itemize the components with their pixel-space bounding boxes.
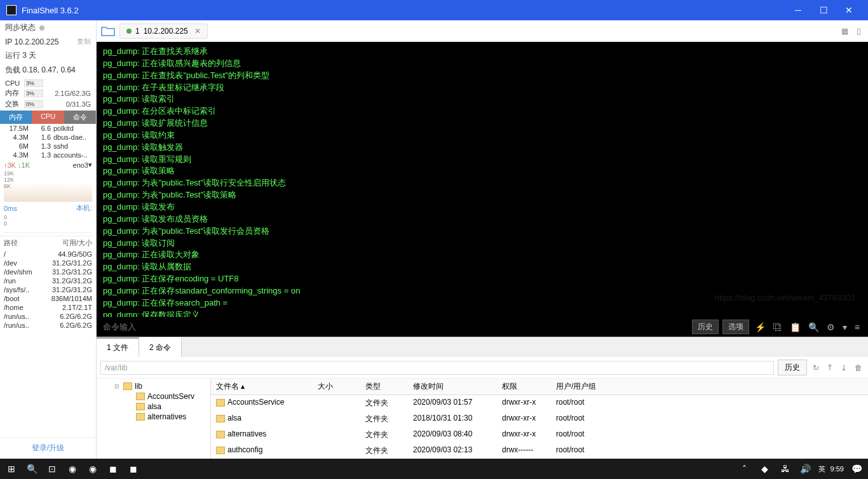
options-button[interactable]: 选项: [722, 320, 749, 334]
file-row[interactable]: alsa文件夹2018/10/31 01:30drwxr-xr-xroot/ro…: [211, 411, 868, 427]
tab-close-icon[interactable]: ✕: [194, 27, 201, 36]
close-button[interactable]: ✕: [836, 5, 862, 15]
terminal-line: pg_dump: 读取发布: [103, 201, 862, 213]
file-table: 文件名 ▴ 大小 类型 修改时间 权限 用户/用户组 AccountsServi…: [211, 379, 868, 459]
gear-icon[interactable]: ⚙: [825, 322, 837, 332]
process-tabs: 内存 CPU 命令: [0, 111, 96, 124]
grid-icon[interactable]: ▦: [839, 25, 850, 37]
tree-node[interactable]: alternatives: [99, 412, 208, 422]
copy-icon[interactable]: ⿻: [771, 322, 784, 332]
tab-commands[interactable]: 2 命令: [139, 337, 182, 357]
search-icon[interactable]: 🔍: [806, 322, 821, 332]
search-icon[interactable]: 🔍: [24, 461, 39, 476]
terminal-line: pg_dump: 为表"public.Test"读取发行会员资格: [103, 226, 862, 238]
disk-row[interactable]: /run/us..6.2G/6.2G: [0, 321, 96, 330]
tab-cpu[interactable]: CPU: [32, 111, 64, 124]
col-name[interactable]: 文件名 ▴: [211, 379, 313, 395]
tree-root[interactable]: lib: [135, 382, 142, 391]
tree-node[interactable]: alsa: [99, 401, 208, 412]
process-row[interactable]: 17.5M6.6polkitd: [0, 124, 96, 133]
trash-icon[interactable]: 🗑: [853, 363, 864, 372]
file-row[interactable]: alternatives文件夹2020/09/03 08:40drwxr-xr-…: [211, 427, 868, 443]
windows-start-icon[interactable]: ⊞: [4, 461, 19, 476]
col-type[interactable]: 类型: [360, 379, 408, 395]
sort-icon: ▴: [241, 382, 245, 391]
terminal-line: pg_dump: 读取发布成员资格: [103, 213, 862, 226]
refresh-icon[interactable]: ↻: [811, 363, 821, 372]
mem-value: 2.1G/62.3G: [55, 90, 91, 97]
chevron-down-icon[interactable]: ▾: [841, 322, 849, 332]
download-icon[interactable]: ⤓: [839, 363, 849, 372]
edge-icon[interactable]: ◉: [85, 461, 100, 476]
terminal-line: pg_dump: 为表"public.Test"读取策略: [103, 189, 862, 201]
command-input[interactable]: [103, 322, 692, 332]
tab-mem[interactable]: 内存: [0, 111, 32, 124]
col-size[interactable]: 大小: [313, 379, 360, 395]
tab-cmd[interactable]: 命令: [64, 111, 96, 124]
tray-icon[interactable]: ◆: [757, 461, 773, 476]
terminal-line: pg_dump: 读取重写规则: [103, 154, 862, 166]
session-tab[interactable]: 1 10.2.200.225 ✕: [119, 24, 208, 39]
terminal-line: pg_dump: 正在读取感兴趣表的列信息: [103, 58, 862, 70]
sidebar: 同步状态 IP 10.2.200.225 复制 运行 3 天 负载 0.18, …: [0, 20, 97, 459]
disk-row[interactable]: /boot836M/1014M: [0, 294, 96, 303]
terminal-line: pg_dump: 正在查找表"public.Test"的列和类型: [103, 70, 862, 82]
col-time[interactable]: 修改时间: [408, 379, 497, 395]
disk-row[interactable]: /dev/shm31.2G/31.2G: [0, 267, 96, 276]
clock[interactable]: 9:59: [831, 465, 844, 473]
disk-row[interactable]: /sys/fs/..31.2G/31.2G: [0, 285, 96, 294]
terminal[interactable]: pg_dump: 正在查找关系继承pg_dump: 正在读取感兴趣表的列信息pg…: [97, 42, 868, 317]
folder-open-icon[interactable]: [100, 25, 116, 37]
network-icon[interactable]: 🖧: [778, 461, 793, 476]
notification-icon[interactable]: 💬: [849, 461, 864, 476]
path-history-button[interactable]: 历史: [778, 360, 807, 375]
process-row[interactable]: 4.3M1.6dbus-dae..: [0, 133, 96, 142]
upload-icon[interactable]: ⤒: [825, 363, 835, 372]
watermark: https://blog.csdn.net/weixin_43783301: [715, 292, 855, 304]
terminal-line: pg_dump: 保存数据库定义: [103, 309, 862, 317]
disk-row[interactable]: /run31.2G/31.2G: [0, 276, 96, 285]
volume-icon[interactable]: 🔊: [798, 461, 813, 476]
bolt-icon[interactable]: ⚡: [753, 322, 768, 332]
app-icon[interactable]: ◼: [126, 461, 141, 476]
collapse-icon[interactable]: ⊟: [114, 383, 121, 389]
file-row[interactable]: authconfig文件夹2020/09/03 02:13drwx------r…: [211, 443, 868, 459]
minimize-button[interactable]: ─: [785, 5, 811, 15]
latency: 0ms: [4, 205, 17, 212]
login-upgrade-link[interactable]: 登录/升级: [0, 437, 96, 459]
disk-row[interactable]: /home2.1T/2.1T: [0, 303, 96, 312]
disk-head-path: 路径: [4, 238, 62, 248]
col-user[interactable]: 用户/用户组: [551, 379, 608, 395]
history-button[interactable]: 历史: [692, 320, 719, 334]
path-input[interactable]: /var/lib: [100, 361, 774, 375]
layout-icon[interactable]: ▯: [853, 25, 864, 37]
folder-tree[interactable]: ⊟lib AccountsServalsaalternatives: [97, 379, 211, 459]
ip-label: IP 10.2.200.225: [5, 37, 59, 46]
disk-row[interactable]: /44.9G/50G: [0, 250, 96, 259]
tab-files[interactable]: 1 文件: [97, 337, 139, 357]
copy-button[interactable]: 复制: [77, 37, 91, 46]
app-icon[interactable]: ◼: [105, 461, 121, 476]
menu-icon[interactable]: ≡: [853, 322, 862, 332]
net-interface[interactable]: eno3: [73, 161, 88, 169]
process-row[interactable]: 6M1.3sshd: [0, 142, 96, 151]
lang-indicator[interactable]: 英: [818, 464, 825, 474]
tabbar: 1 10.2.200.225 ✕ ▦ ▯: [97, 20, 868, 42]
maximize-button[interactable]: ☐: [811, 5, 836, 15]
terminal-line: pg_dump: 为表"public.Test"读取行安全性启用状态: [103, 177, 862, 189]
file-row[interactable]: AccountsService文件夹2020/09/03 01:57drwxr-…: [211, 395, 868, 411]
taskbar: ⊞ 🔍 ⊡ ◉ ◉ ◼ ◼ ˄ ◆ 🖧 🔊 英 9:59 💬: [0, 459, 868, 479]
paste-icon[interactable]: 📋: [788, 322, 803, 332]
terminal-line: pg_dump: 读取从属数据: [103, 261, 862, 273]
disk-row[interactable]: /dev31.2G/31.2G: [0, 259, 96, 267]
disk-list: /44.9G/50G/dev31.2G/31.2G/dev/shm31.2G/3…: [0, 250, 96, 330]
task-view-icon[interactable]: ⊡: [44, 461, 60, 476]
tree-node[interactable]: AccountsServ: [99, 391, 208, 401]
tray-up-icon[interactable]: ˄: [737, 461, 752, 476]
dropdown-icon[interactable]: ▾: [88, 161, 92, 169]
swap-label: 交换: [5, 99, 24, 109]
chrome-icon[interactable]: ◉: [65, 461, 80, 476]
process-row[interactable]: 4.3M1.3accounts-..: [0, 151, 96, 159]
disk-row[interactable]: /run/us..6.2G/6.2G: [0, 312, 96, 321]
col-perm[interactable]: 权限: [497, 379, 551, 395]
